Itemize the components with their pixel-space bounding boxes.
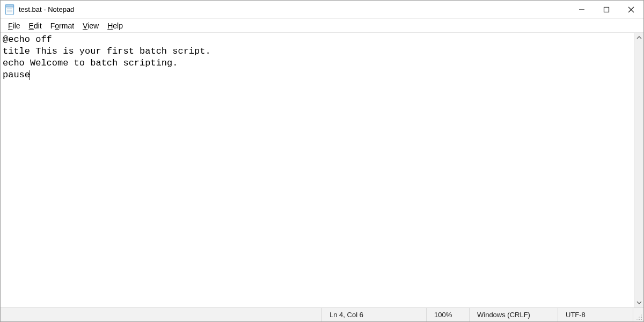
- status-line-ending: Windows (CRLF): [469, 308, 558, 321]
- svg-rect-1: [6, 5, 14, 7]
- menu-format[interactable]: Format: [46, 20, 78, 31]
- status-zoom: 100%: [426, 308, 469, 321]
- svg-point-9: [641, 319, 642, 320]
- minimize-button[interactable]: [569, 1, 594, 19]
- menu-bar: File Edit Format View Help: [1, 19, 643, 33]
- status-position: Ln 4, Col 6: [321, 308, 426, 321]
- notepad-window: test.bat - Notepad File Edit Format View…: [0, 0, 644, 322]
- text-editor[interactable]: @echo offtitle This is your first batch …: [1, 33, 634, 308]
- menu-edit[interactable]: Edit: [25, 20, 46, 31]
- title-bar[interactable]: test.bat - Notepad: [1, 1, 643, 19]
- resize-grip[interactable]: [633, 308, 643, 321]
- svg-point-11: [639, 319, 640, 320]
- window-title: test.bat - Notepad: [19, 5, 74, 13]
- status-bar: Ln 4, Col 6 100% Windows (CRLF) UTF-8: [1, 308, 643, 321]
- editor-area: @echo offtitle This is your first batch …: [1, 33, 643, 308]
- svg-rect-6: [604, 8, 609, 12]
- menu-file[interactable]: File: [4, 20, 25, 31]
- status-spacer: [1, 308, 321, 321]
- status-encoding: UTF-8: [558, 308, 633, 321]
- vertical-scrollbar[interactable]: [634, 33, 643, 308]
- text-caret: [30, 70, 30, 80]
- svg-point-14: [636, 319, 638, 320]
- menu-help[interactable]: Help: [103, 20, 127, 31]
- maximize-button[interactable]: [594, 1, 619, 19]
- menu-view[interactable]: View: [78, 20, 103, 31]
- notepad-icon: [5, 4, 16, 15]
- scroll-down-icon[interactable]: [634, 298, 644, 308]
- svg-point-13: [639, 317, 640, 318]
- close-button[interactable]: [619, 1, 643, 19]
- window-controls: [569, 1, 643, 18]
- scroll-up-icon[interactable]: [634, 33, 644, 42]
- svg-point-10: [641, 317, 642, 318]
- svg-point-12: [641, 314, 642, 316]
